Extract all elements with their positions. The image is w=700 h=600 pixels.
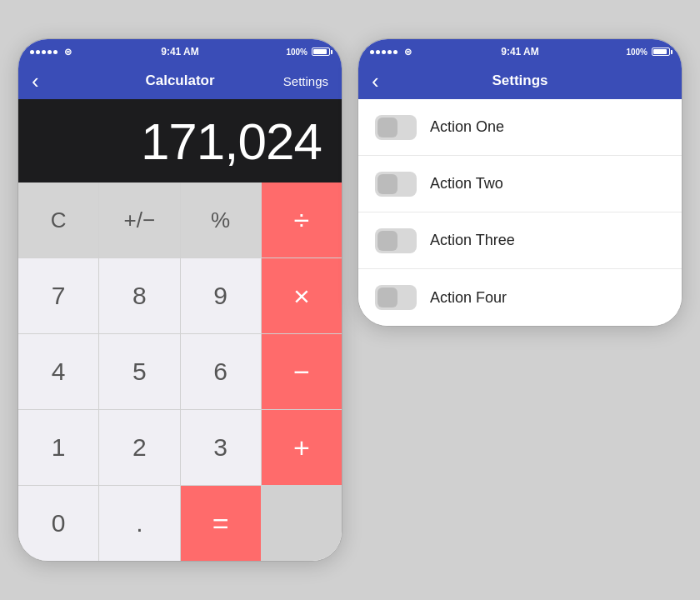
toggle-action-three[interactable] — [375, 228, 417, 253]
calc-btn-sign[interactable]: +/− — [99, 182, 179, 258]
toggle-knob-action-one — [378, 118, 398, 138]
settings-wifi-icon: ⊜ — [404, 47, 412, 58]
calc-btn-9[interactable]: 9 — [181, 258, 261, 333]
calc-btn-add[interactable]: + — [262, 410, 342, 485]
toggle-action-one[interactable] — [375, 115, 417, 140]
settings-nav-bar: ‹ Settings — [358, 62, 682, 99]
calc-btn-decimal[interactable]: . — [99, 486, 179, 561]
settings-nav-title: Settings — [422, 72, 618, 89]
calc-grid: C +/− % ÷ 7 8 9 × 4 5 6 − 1 2 3 + 0 . = — [18, 182, 342, 561]
settings-phone: ⊜ 9:41 AM 100% ‹ Settings — [358, 38, 682, 327]
settings-back-chevron-icon: ‹ — [372, 70, 379, 92]
calc-btn-6[interactable]: 6 — [181, 334, 261, 409]
calc-status-left: ⊜ — [30, 47, 72, 58]
calc-btn-3[interactable]: 3 — [181, 410, 261, 485]
settings-status-left: ⊜ — [370, 47, 412, 58]
toggle-action-two[interactable] — [375, 172, 417, 197]
settings-battery-pct: 100% — [626, 48, 648, 57]
calc-btn-8[interactable]: 8 — [99, 258, 179, 333]
toggle-knob-action-four — [378, 288, 398, 308]
settings-time: 9:41 AM — [501, 46, 539, 58]
calc-status-bar: ⊜ 9:41 AM 100% — [18, 39, 342, 62]
calc-battery-pct: 100% — [286, 48, 308, 57]
settings-status-bar: ⊜ 9:41 AM 100% — [358, 39, 682, 62]
calc-btn-5[interactable]: 5 — [99, 334, 179, 409]
calc-btn-7[interactable]: 7 — [18, 258, 98, 333]
settings-label-action-one: Action One — [430, 118, 504, 136]
calc-display: 171,024 — [18, 99, 342, 182]
calc-btn-divide[interactable]: ÷ — [262, 182, 342, 258]
calc-btn-0[interactable]: 0 — [18, 486, 98, 561]
battery-indicator — [312, 48, 330, 56]
calc-btn-multiply[interactable]: × — [262, 258, 342, 333]
settings-item-action-one[interactable]: Action One — [358, 99, 682, 156]
calc-value: 171,024 — [141, 112, 322, 171]
settings-label-action-three: Action Three — [430, 232, 515, 249]
calc-btn-4[interactable]: 4 — [18, 334, 98, 409]
calc-time: 9:41 AM — [161, 46, 199, 58]
toggle-knob-action-two — [378, 174, 398, 194]
settings-list: Action One Action Two Action Three Actio… — [358, 99, 682, 326]
signal-dots — [30, 50, 58, 54]
calc-btn-subtract[interactable]: − — [262, 334, 342, 409]
signal-dots-settings — [370, 50, 398, 54]
calc-btn-1[interactable]: 1 — [18, 410, 98, 485]
toggle-knob-action-three — [378, 231, 398, 251]
settings-battery-indicator — [652, 48, 670, 56]
settings-status-right: 100% — [626, 48, 670, 57]
calc-nav-bar: ‹ Calculator Settings — [18, 62, 342, 99]
calc-btn-equals[interactable]: = — [181, 486, 261, 561]
calc-btn-2[interactable]: 2 — [99, 410, 179, 485]
settings-back-button[interactable]: ‹ — [372, 70, 422, 92]
toggle-action-four[interactable] — [375, 285, 417, 310]
calc-nav-title: Calculator — [82, 72, 278, 89]
calc-status-right: 100% — [286, 48, 330, 57]
settings-label-action-four: Action Four — [430, 289, 507, 307]
calc-settings-link[interactable]: Settings — [278, 74, 328, 88]
calc-btn-clear[interactable]: C — [18, 182, 98, 258]
settings-label-action-two: Action Two — [430, 175, 503, 192]
settings-item-action-two[interactable]: Action Two — [358, 156, 682, 212]
settings-item-action-three[interactable]: Action Three — [358, 212, 682, 269]
wifi-icon: ⊜ — [64, 47, 72, 58]
calc-back-button[interactable]: ‹ — [32, 70, 82, 92]
settings-item-action-four[interactable]: Action Four — [358, 269, 682, 326]
back-chevron-icon: ‹ — [32, 70, 39, 92]
calculator-phone: ⊜ 9:41 AM 100% ‹ Calculator Settings 171… — [18, 38, 342, 562]
calc-btn-percent[interactable]: % — [181, 182, 261, 258]
